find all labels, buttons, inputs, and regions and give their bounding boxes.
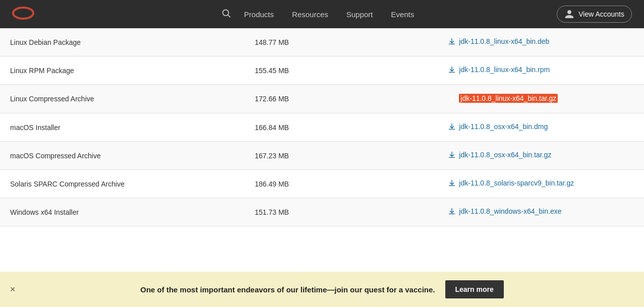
download-icon — [448, 151, 456, 159]
package-size: 186.49 MB — [245, 170, 438, 198]
svg-line-2 — [228, 15, 230, 17]
package-size: 167.23 MB — [245, 142, 438, 170]
view-accounts-button[interactable]: View Accounts — [557, 6, 632, 23]
package-name: Windows x64 Installer — [0, 198, 245, 226]
download-icon — [448, 66, 456, 74]
download-cell: jdk-11.0.8_linux-x64_bin.rpm — [438, 56, 644, 85]
download-link[interactable]: jdk-11.0.8_linux-x64_bin.rpm — [459, 66, 550, 74]
package-name: macOS Installer — [0, 113, 245, 142]
download-table: Linux Debian Package148.77 MBjdk-11.0.8_… — [0, 28, 644, 226]
package-name: Linux RPM Package — [0, 56, 245, 85]
view-accounts-label: View Accounts — [578, 10, 624, 18]
search-icon[interactable] — [221, 8, 231, 21]
download-cell: jdk-11.0.8_windows-x64_bin.exe — [438, 198, 644, 226]
download-icon — [448, 122, 456, 131]
download-link[interactable]: jdk-11.0.8_osx-x64_bin.dmg — [459, 122, 548, 131]
svg-point-1 — [222, 10, 228, 16]
package-size: 172.66 MB — [245, 85, 438, 113]
nav-item-support[interactable]: Support — [337, 10, 382, 19]
table-row: macOS Compressed Archive167.23 MBjdk-11.… — [0, 142, 644, 170]
package-name: Linux Compressed Archive — [0, 85, 245, 113]
account-circle-icon — [564, 9, 574, 19]
package-name: Solaris SPARC Compressed Archive — [0, 170, 245, 198]
download-cell: jdk-11.0.8_linux-x64_bin.deb — [438, 28, 644, 56]
download-link[interactable]: jdk-11.0.8_osx-x64_bin.tar.gz — [459, 151, 551, 159]
download-icon — [448, 94, 456, 102]
nav-links: Products Resources Support Events — [235, 10, 423, 19]
download-link[interactable]: jdk-11.0.8_linux-x64_bin.tar.gz — [459, 94, 558, 103]
download-link[interactable]: jdk-11.0.8_linux-x64_bin.deb — [459, 37, 549, 45]
download-cell: jdk-11.0.8_osx-x64_bin.tar.gz — [438, 142, 644, 170]
table-row: macOS Installer166.84 MBjdk-11.0.8_osx-x… — [0, 113, 644, 142]
table-row: Solaris SPARC Compressed Archive186.49 M… — [0, 170, 644, 198]
package-name: macOS Compressed Archive — [0, 142, 245, 170]
table-row: Linux RPM Package155.45 MBjdk-11.0.8_lin… — [0, 56, 644, 85]
package-size: 166.84 MB — [245, 113, 438, 142]
nav-item-products[interactable]: Products — [235, 10, 283, 19]
package-size: 155.45 MB — [245, 56, 438, 85]
package-size: 148.77 MB — [245, 28, 438, 56]
download-icon — [448, 37, 456, 45]
svg-point-0 — [13, 8, 33, 19]
download-icon — [448, 179, 456, 187]
download-cell: jdk-11.0.8_osx-x64_bin.dmg — [438, 113, 644, 142]
package-size: 151.73 MB — [245, 198, 438, 226]
download-link[interactable]: jdk-11.0.8_solaris-sparcv9_bin.tar.gz — [459, 179, 574, 187]
download-cell: jdk-11.0.8_linux-x64_bin.tar.gz — [438, 85, 644, 113]
download-cell: jdk-11.0.8_solaris-sparcv9_bin.tar.gz — [438, 170, 644, 198]
package-name: Linux Debian Package — [0, 28, 245, 56]
download-table-container: Linux Debian Package148.77 MBjdk-11.0.8_… — [0, 28, 644, 226]
download-icon — [448, 207, 456, 215]
navigation: Products Resources Support Events View A… — [0, 0, 644, 28]
table-row: Windows x64 Installer151.73 MBjdk-11.0.8… — [0, 198, 644, 226]
download-link[interactable]: jdk-11.0.8_windows-x64_bin.exe — [459, 207, 561, 215]
nav-item-events[interactable]: Events — [382, 10, 423, 19]
nav-item-resources[interactable]: Resources — [283, 10, 337, 19]
table-row: Linux Compressed Archive172.66 MBjdk-11.… — [0, 85, 644, 113]
table-row: Linux Debian Package148.77 MBjdk-11.0.8_… — [0, 28, 644, 56]
oracle-logo[interactable] — [12, 6, 34, 23]
